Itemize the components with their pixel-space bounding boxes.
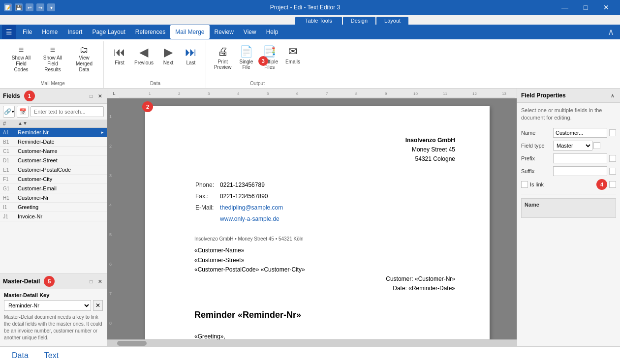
last-button[interactable]: ⏭ Last <box>180 43 202 67</box>
field-row-h1[interactable]: H1 Customer-Nr <box>0 193 107 203</box>
md-clear-button[interactable]: ✕ <box>93 300 103 311</box>
field-row-b1[interactable]: B1 Reminder-Date <box>0 137 107 147</box>
single-file-button[interactable]: 📄 Single File <box>235 43 257 72</box>
ribbon-group-mailmerge: ≡ Show All Field Codes ≡ Show All Field … <box>2 41 104 88</box>
previous-button[interactable]: ◀ Previous <box>131 43 156 67</box>
field-row-e1[interactable]: E1 Customer-PostalCode <box>0 165 107 175</box>
side-ruler-6: 6 <box>107 261 118 290</box>
fields-panel-close[interactable]: ✕ <box>96 92 104 100</box>
document-page[interactable]: Insolvenzo GmbH Money Street 45 54321 Co… <box>145 106 490 339</box>
menu-item-references[interactable]: References <box>130 25 170 39</box>
svg-text:12: 12 <box>472 91 477 96</box>
field-name-i1: Greeting <box>18 204 104 210</box>
master-detail-close[interactable]: ✕ <box>96 277 104 285</box>
menu-item-help[interactable]: Help <box>261 25 283 39</box>
master-detail-panel: Master-Detail 5 □ ✕ Master-Detail Key Re… <box>0 273 107 346</box>
design-tab[interactable]: Design <box>343 17 375 25</box>
layout-tab[interactable]: Layout <box>376 17 408 25</box>
menu-item-insert[interactable]: Insert <box>62 25 87 39</box>
menu-item-view[interactable]: View <box>239 25 261 39</box>
emails-button[interactable]: ✉ Emails <box>282 43 304 66</box>
fields-toolbar: 🔗 ▾ 📅 <box>0 104 107 120</box>
master-detail-detach[interactable]: □ <box>87 277 95 285</box>
doc-scroll-wrapper[interactable]: 1 2 3 4 5 6 7 8 9 2 Insolvenzo GmbH <box>107 98 517 339</box>
view-merged-icon: 🗂 <box>80 45 89 54</box>
main-area: Fields 1 □ ✕ 🔗 ▾ 📅 # ▲ ▼ A1 <box>0 89 620 346</box>
fields-panel-detach[interactable]: □ <box>87 92 95 100</box>
menu-item-home[interactable]: Home <box>37 25 62 39</box>
next-label: Next <box>163 60 174 65</box>
fp-suffix-checkbox[interactable] <box>609 168 616 175</box>
mailmerge-group-label: Mail Merge <box>6 80 99 86</box>
search-input[interactable] <box>31 106 104 117</box>
view-merged-data-button[interactable]: 🗂 View Merged Data <box>69 43 99 75</box>
fp-description: Select one or multiple fields in the doc… <box>521 107 616 122</box>
status-tab-data[interactable]: Data <box>8 349 32 362</box>
add-field-button[interactable]: 🔗 ▾ <box>3 106 15 118</box>
fp-fieldtype-checkbox[interactable] <box>593 142 600 149</box>
menu-item-pagelayout[interactable]: Page Layout <box>87 25 130 39</box>
show-field-codes-button[interactable]: ≡ Show All Field Codes <box>6 43 36 75</box>
md-key-select[interactable]: Reminder-Nr <box>4 300 91 311</box>
ribbon-collapse-icon[interactable]: ∧ <box>604 27 618 37</box>
page-wrapper: 2 Insolvenzo GmbH Money Street 45 54321 … <box>145 106 490 332</box>
fp-suffix-input[interactable] <box>553 166 607 176</box>
menu-item-file[interactable]: File <box>18 25 37 39</box>
ruler-toggle[interactable]: L <box>109 91 119 96</box>
quick-dropdown-icon[interactable]: ▾ <box>47 3 55 11</box>
customer-ref-line: Customer: «Customer-Nr» <box>194 274 455 284</box>
quick-redo-icon[interactable]: ↪ <box>36 3 44 11</box>
field-row-a1[interactable]: A1 Reminder-Nr ▸ <box>0 128 107 137</box>
show-field-results-button[interactable]: ≡ Show All Field Results <box>37 43 68 75</box>
fp-prefix-input[interactable] <box>553 153 607 163</box>
field-id-a1: A1 <box>3 130 18 135</box>
contact-table: Phone: 0221-123456789 Fax.: 0221-1234567… <box>194 179 284 226</box>
address-line1: Money Street 45 <box>194 145 455 154</box>
fields-panel-header: Fields 1 □ ✕ <box>0 89 107 104</box>
status-tab-text[interactable]: Text <box>40 349 62 362</box>
greeting-line: «Greeting», <box>194 332 455 339</box>
menu-toggle-button[interactable]: ☰ <box>2 25 16 39</box>
field-row-c1[interactable]: C1 Customer-Name <box>0 147 107 156</box>
close-button[interactable]: ✕ <box>596 0 616 15</box>
col-down-arrow[interactable]: ▼ <box>23 121 28 126</box>
field-name-e1: Customer-PostalCode <box>18 167 104 173</box>
field-props-collapse[interactable]: ∧ <box>608 91 616 99</box>
doc-hscroll-thumb[interactable] <box>117 341 147 346</box>
doc-hscrollbar[interactable] <box>107 339 517 346</box>
col-up-arrow[interactable]: ▲ <box>18 121 23 126</box>
fp-name-checkbox[interactable] <box>609 129 616 136</box>
field-row-g1[interactable]: G1 Customer-Email <box>0 184 107 193</box>
fp-name-label: Name <box>521 130 553 136</box>
print-preview-button[interactable]: 🖨 Print Preview <box>211 43 235 72</box>
maximize-button[interactable]: □ <box>576 0 595 15</box>
window-controls: — □ ✕ <box>555 0 616 15</box>
field-row-i1[interactable]: I1 Greeting <box>0 203 107 212</box>
app-icon[interactable]: 📝 <box>4 3 12 11</box>
fp-islink-checkbox[interactable] <box>521 181 528 188</box>
field-row-d1[interactable]: D1 Customer-Street <box>0 156 107 165</box>
website-spacer <box>195 214 219 224</box>
quick-undo-icon[interactable]: ↩ <box>26 3 33 11</box>
field-row-j1[interactable]: J1 Invoice-Nr <box>0 212 107 221</box>
customer-ref-block: Customer: «Customer-Nr» Date: «Reminder-… <box>194 274 455 293</box>
field-name-f1: Customer-City <box>18 176 104 182</box>
quick-save-icon[interactable]: 💾 <box>15 3 23 11</box>
minimize-button[interactable]: — <box>555 0 575 15</box>
fields-panel-controls: □ ✕ <box>87 92 104 100</box>
fp-prefix-checkbox[interactable] <box>609 155 616 162</box>
menu-item-mailmerge[interactable]: Mail Merge <box>170 25 209 39</box>
next-button[interactable]: ▶ Next <box>157 43 179 67</box>
customer-nr-field: «Customer-Nr» <box>415 275 455 282</box>
customer-postal-city-field: «Customer-PostalCode» «Customer-City» <box>194 265 455 274</box>
menu-item-review[interactable]: Review <box>210 25 239 39</box>
first-button[interactable]: ⏮ First <box>109 43 130 67</box>
customer-ref-label: Customer: <box>386 275 413 282</box>
emails-label: Emails <box>285 59 300 64</box>
calendar-button[interactable]: 📅 <box>17 106 29 118</box>
document-area[interactable]: L 123 456 789 101112 131415 1617 <box>107 89 517 346</box>
fp-fieldtype-select[interactable]: Master <box>553 141 592 151</box>
fp-islink-extra-checkbox[interactable] <box>609 181 616 188</box>
field-row-f1[interactable]: F1 Customer-City <box>0 175 107 184</box>
fp-name-input[interactable] <box>553 128 607 138</box>
